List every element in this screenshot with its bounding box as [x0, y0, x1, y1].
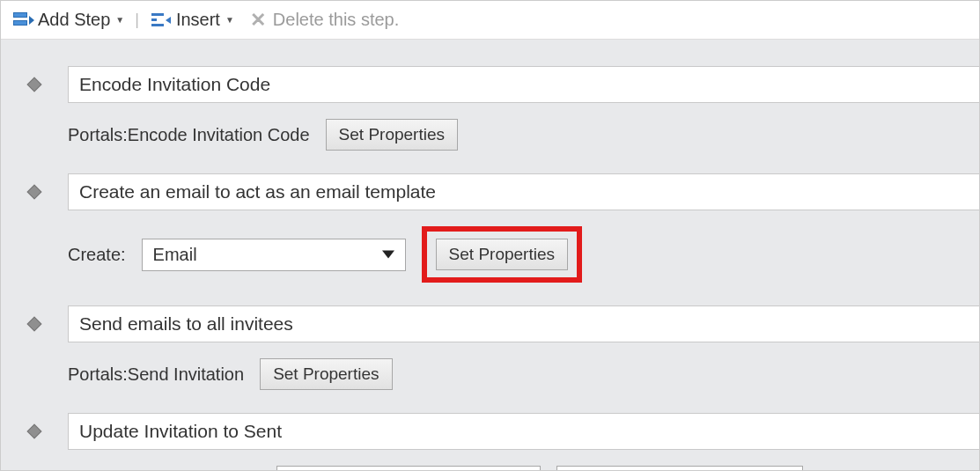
step-block: Create an email to act as an email templ…	[1, 165, 979, 297]
add-step-icon	[11, 11, 34, 30]
step-title-input[interactable]: Create an email to act as an email templ…	[68, 173, 979, 210]
set-properties-button[interactable]: Set Properties	[326, 119, 458, 151]
step-action-text: Portals:Encode Invitation Code	[68, 125, 310, 145]
create-entity-select[interactable]: Email	[142, 239, 406, 271]
toolbar-separator: |	[133, 11, 141, 29]
insert-label: Insert	[176, 10, 220, 30]
chevron-down-icon: ▼	[115, 15, 124, 25]
insert-button[interactable]: Insert ▼	[146, 8, 238, 32]
insert-icon	[150, 11, 173, 30]
toolbar: Add Step ▼ | Insert ▼ ✕ Delete this step…	[1, 1, 979, 40]
create-entity-value: Email	[153, 245, 197, 265]
step-bullet	[1, 426, 68, 437]
steps-area: Encode Invitation Code Portals:Encode In…	[1, 40, 979, 471]
step-detail: Portals:Send Invitation Set Properties	[1, 346, 979, 399]
set-properties-button[interactable]: Set Properties	[260, 358, 392, 390]
create-label: Create:	[68, 245, 126, 265]
workflow-designer-panel: Add Step ▼ | Insert ▼ ✕ Delete this step…	[0, 0, 980, 471]
step-block: Encode Invitation Code Portals:Encode In…	[1, 57, 979, 165]
step-bullet	[1, 79, 68, 90]
step-title-input[interactable]: Update Invitation to Sent	[68, 413, 979, 450]
step-detail: Change record status to: Invitation Sent	[1, 453, 979, 471]
set-properties-button[interactable]: Set Properties	[436, 239, 568, 270]
status-value-select[interactable]: Sent	[556, 466, 803, 471]
step-block: Send emails to all invitees Portals:Send…	[1, 297, 979, 404]
add-step-button[interactable]: Add Step ▼	[8, 8, 128, 32]
step-bullet	[1, 187, 68, 197]
step-header: Encode Invitation Code	[1, 63, 979, 107]
delete-icon: ✕	[247, 11, 269, 30]
highlight-annotation: Set Properties	[422, 226, 582, 283]
step-title-input[interactable]: Send emails to all invitees	[68, 305, 979, 342]
add-step-label: Add Step	[38, 10, 110, 30]
delete-step-label: Delete this step.	[273, 10, 399, 30]
step-block: Update Invitation to Sent Change record …	[1, 404, 979, 471]
status-entity-select[interactable]: Invitation	[276, 466, 541, 471]
step-header: Send emails to all invitees	[1, 302, 979, 346]
step-action-text: Portals:Send Invitation	[68, 364, 244, 385]
chevron-down-icon	[382, 251, 394, 259]
step-header: Create an email to act as an email templ…	[1, 170, 979, 214]
chevron-down-icon: ▼	[225, 15, 234, 25]
step-header: Update Invitation to Sent	[1, 409, 979, 453]
step-title-input[interactable]: Encode Invitation Code	[68, 66, 979, 103]
delete-step-button: ✕ Delete this step.	[243, 8, 402, 32]
step-bullet	[1, 319, 68, 329]
step-detail: Create: Email Set Properties	[1, 214, 979, 291]
step-detail: Portals:Encode Invitation Code Set Prope…	[1, 107, 979, 159]
